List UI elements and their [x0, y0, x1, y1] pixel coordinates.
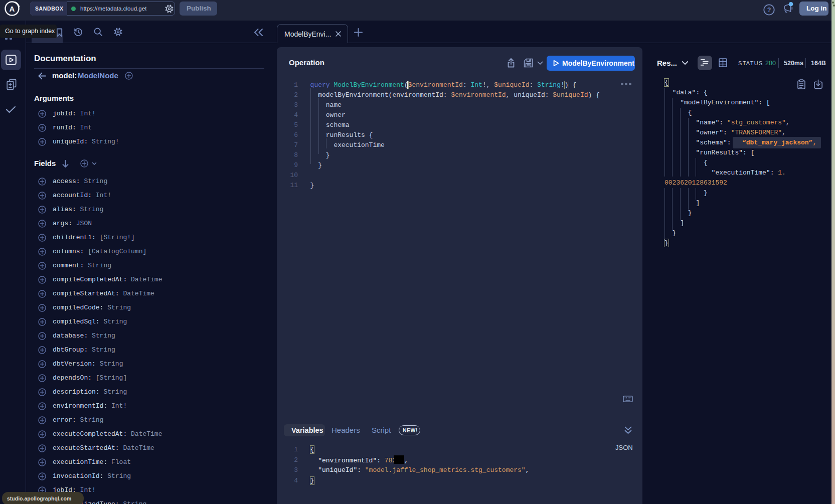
svg-text:A: A [10, 5, 15, 13]
svg-text:?: ? [767, 7, 771, 14]
